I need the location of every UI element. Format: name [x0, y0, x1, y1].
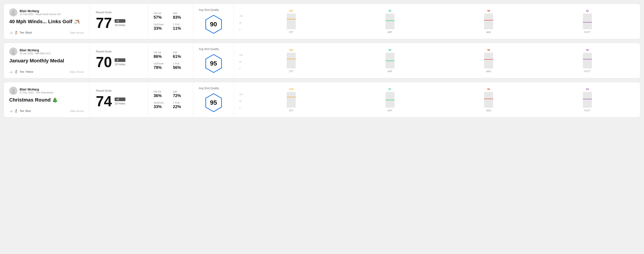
bar-container [386, 92, 394, 108]
bag-icon: 🏌️ [14, 109, 18, 113]
chart-bar-group: 93 PUTT [540, 88, 635, 112]
bar-indicator [386, 20, 394, 21]
avg-shot-quality-label: Avg Shot Quality [199, 87, 219, 90]
bar-value: 101 [289, 49, 293, 51]
data-source: Data: Arccos [70, 110, 84, 112]
card-footer: ☁️ 🏌️ Tee: Yellow Data: Arccos [9, 70, 84, 74]
hexagon: 95 [204, 53, 224, 74]
bar-indicator [386, 100, 394, 100]
round-score-label: Round Score [96, 50, 142, 53]
player-info: Blair McHarg 29 Jan 2022 · Mill Ride GCC [9, 47, 84, 56]
card-stats-1: FW Hit 57% GIR 83% Up/Down 33% 1 Putt 11… [148, 4, 193, 39]
bar-indicator [484, 59, 493, 60]
score-row: 77 +5 18 Holes [96, 16, 142, 30]
round-card-2: Blair McHarg 29 Jan 2022 · Mill Ride GCC… [4, 43, 640, 78]
weather-icon: ☁️ [9, 70, 13, 74]
fw-hit-value: 57% [154, 15, 168, 20]
tee-info: ☁️ 🏌️ Tee: Black [9, 31, 32, 34]
avg-shot-quality-label: Avg Shot Quality [199, 8, 219, 11]
updown-label: Up/Down [154, 101, 168, 104]
bar-indicator [484, 99, 493, 99]
bar-value: 93 [586, 88, 589, 91]
score-badge: +2 [114, 98, 125, 101]
player-name: Blair McHarg [20, 9, 61, 13]
card-quality-1: Avg Shot Quality 90 [193, 4, 234, 39]
bar-container [287, 53, 296, 68]
fw-hit-stat: FW Hit 57% [154, 12, 168, 20]
bar-value: 107 [289, 9, 293, 12]
bar-label: APP [388, 110, 392, 112]
bar-fill [386, 20, 394, 29]
bar-container [386, 53, 394, 68]
weather-icon: ☁️ [9, 109, 13, 113]
bar-container [583, 53, 592, 68]
chart-bar-group: 99 PUTT [540, 49, 635, 73]
big-score: 70 [96, 55, 112, 69]
svg-point-0 [12, 10, 14, 13]
round-title: 40 Mph Winds... Links Golf 🪃 [9, 19, 84, 24]
avatar [9, 47, 17, 56]
bar-value: 86 [389, 49, 391, 51]
weather-icon: ☁️ [9, 31, 13, 34]
gir-label: GIR [173, 12, 188, 15]
bar-label: APP [388, 70, 392, 73]
hex-score: 95 [210, 99, 217, 106]
bar-container [287, 92, 296, 108]
avatar [9, 8, 17, 16]
gir-label: GIR [173, 90, 188, 93]
hex-score: 90 [210, 21, 217, 28]
bag-icon: 🏌️ [14, 70, 18, 74]
bar-indicator [287, 97, 296, 97]
fw-hit-stat: FW Hit 36% [154, 90, 168, 98]
bar-indicator [484, 20, 493, 20]
stats-grid: FW Hit 57% GIR 83% Up/Down 33% 1 Putt 11… [154, 12, 188, 31]
bar-indicator [287, 59, 296, 59]
putt-value: 56% [173, 65, 188, 70]
bar-container [484, 13, 493, 29]
card-score-1: Round Score 77 +5 18 Holes [90, 4, 148, 39]
svg-point-3 [12, 50, 14, 52]
player-date: 27 Dec 2021 · The Oxfordshire [20, 91, 54, 94]
round-title: Christmas Round 🎄 [9, 97, 84, 103]
fw-hit-label: FW Hit [154, 12, 168, 15]
putt-value: 22% [173, 105, 188, 109]
putt-label: 1 Putt [173, 23, 188, 26]
svg-point-6 [12, 89, 14, 91]
bar-indicator [386, 61, 394, 61]
card-quality-3: Avg Shot Quality 95 [193, 82, 234, 117]
bar-label: ARG [486, 70, 491, 73]
big-score: 74 [96, 94, 112, 109]
score-row: 70 -2 18 Holes [96, 55, 142, 69]
card-chart-2: 100 50 0 101 OTT 86 APP [234, 43, 640, 78]
putt-value: 11% [173, 26, 188, 31]
card-stats-3: FW Hit 36% GIR 72% Up/Down 33% 1 Putt 22… [148, 82, 193, 117]
big-score: 77 [96, 16, 112, 30]
stats-grid: FW Hit 36% GIR 72% Up/Down 33% 1 Putt 22… [154, 90, 188, 109]
player-info: Blair McHarg 27 Dec 2021 · The Oxfordshi… [9, 87, 84, 95]
hexagon: 95 [204, 93, 224, 113]
bar-label: OTT [289, 70, 294, 73]
card-quality-2: Avg Shot Quality 95 [193, 43, 234, 78]
card-chart-3: 100 50 0 110 OTT 87 APP [234, 82, 640, 117]
card-left-3: Blair McHarg 27 Dec 2021 · The Oxfordshi… [4, 82, 90, 117]
bar-fill [287, 19, 296, 29]
data-source: Data: Arccos [70, 70, 84, 73]
updown-label: Up/Down [154, 23, 168, 26]
bar-value: 82 [586, 9, 589, 12]
putt-stat: 1 Putt 11% [173, 23, 188, 31]
gir-value: 61% [173, 54, 188, 59]
tee-info: ☁️ 🏌️ Tee: Yellow [9, 70, 33, 74]
data-source: Data: Arccos [70, 31, 84, 34]
gir-stat: GIR 83% [173, 12, 188, 20]
tee-label: Tee: Yellow [20, 70, 33, 73]
bar-label: PUTT [584, 70, 590, 73]
bar-indicator [583, 59, 592, 59]
bar-value: 87 [389, 88, 391, 91]
bar-fill [386, 100, 394, 108]
score-row: 74 +2 18 Holes [96, 94, 142, 109]
bar-label: ARG [486, 31, 491, 33]
round-card-1: Blair McHarg 12 Feb 2022 · Royal North D… [4, 3, 640, 39]
updown-value: 33% [154, 105, 168, 109]
bar-value: 110 [289, 88, 293, 91]
holes-label: 18 Holes [114, 102, 125, 105]
